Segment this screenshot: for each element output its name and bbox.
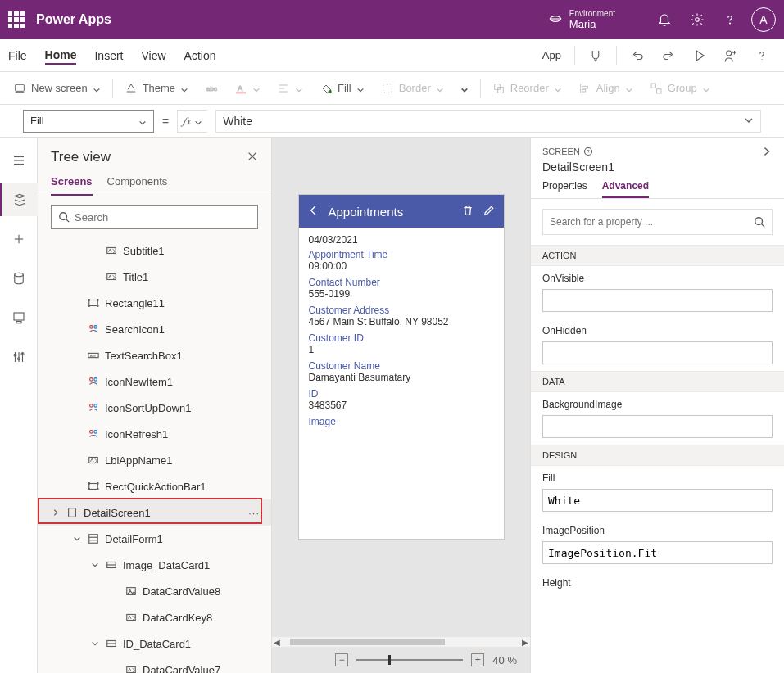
property-selector[interactable]: Fill [23, 110, 154, 133]
svg-rect-21 [656, 88, 660, 93]
caret-right-icon[interactable] [51, 508, 61, 517]
caret-down-icon[interactable] [90, 639, 100, 648]
chevron-right-icon[interactable] [761, 146, 773, 157]
rail-treeview[interactable] [0, 183, 38, 216]
close-icon[interactable] [247, 151, 258, 165]
svg-point-60 [97, 489, 98, 490]
fx-button[interactable]: 𝑓𝑥 [177, 110, 207, 133]
menu-home[interactable]: Home [45, 47, 77, 65]
screen-icon [13, 82, 26, 95]
tree-tab-components[interactable]: Components [107, 175, 168, 196]
tree-item[interactable]: Title1 [38, 264, 271, 290]
play-icon[interactable] [686, 45, 714, 66]
share-icon[interactable] [717, 45, 745, 66]
tree-item[interactable]: Subtitle1 [38, 237, 271, 264]
fill-button[interactable]: Fill [311, 75, 373, 102]
field-value: 3483567 [309, 400, 494, 411]
ribbon-expand[interactable] [452, 75, 477, 102]
tree-item[interactable]: DetailForm1 [38, 526, 271, 552]
prop-tab-advanced[interactable]: Advanced [602, 180, 649, 198]
svg-point-45 [90, 326, 93, 329]
svg-rect-62 [89, 535, 98, 544]
edit-icon[interactable] [483, 204, 496, 219]
tree-item[interactable]: AbcTextSearchBox1 [38, 342, 271, 368]
rail-insert[interactable] [0, 223, 38, 255]
properties-search[interactable] [542, 209, 773, 235]
caret-down-icon[interactable] [90, 561, 100, 569]
delete-icon[interactable] [461, 204, 474, 219]
formula-value: White [223, 115, 252, 128]
property-label: OnVisible [542, 273, 773, 284]
property-input[interactable] [542, 541, 773, 564]
notifications-icon[interactable] [648, 0, 681, 39]
icon-icon [87, 375, 100, 388]
tree-item[interactable]: Image_DataCard1 [38, 552, 271, 578]
formula-input[interactable]: White [215, 110, 761, 133]
tree-search[interactable] [51, 205, 258, 229]
new-screen-button[interactable]: New screen [5, 75, 109, 102]
app-checker-icon[interactable] [582, 45, 610, 66]
selected-object-name: DetailScreen1 [531, 157, 784, 180]
tree-item[interactable]: Rectangle11 [38, 290, 271, 316]
tree-item[interactable]: IconNewItem1 [38, 368, 271, 395]
label-icon [125, 663, 138, 673]
tree-item[interactable]: ID_DataCard1 [38, 630, 271, 657]
waffle-icon[interactable] [8, 11, 25, 28]
menu-action[interactable]: Action [184, 47, 216, 64]
property-field: BackgroundImage [531, 392, 784, 445]
menu-insert[interactable]: Insert [94, 47, 123, 64]
help-menu-icon[interactable] [748, 45, 776, 66]
canvas-stage[interactable]: Appointments 04/03/2021 Appointment Time… [272, 138, 530, 637]
tree-search-input[interactable] [75, 211, 251, 224]
tree-item[interactable]: IconRefresh1 [38, 421, 271, 447]
textinput-icon: Abc [87, 349, 100, 362]
tree-tab-screens[interactable]: Screens [51, 175, 93, 196]
horizontal-scrollbar[interactable]: ◀▶ [272, 637, 530, 647]
undo-icon[interactable] [623, 45, 651, 66]
properties-search-input[interactable] [550, 216, 754, 228]
property-input[interactable] [542, 341, 773, 364]
field-label: Contact Number [309, 277, 494, 288]
redo-icon[interactable] [655, 45, 682, 66]
zoom-in-button[interactable]: + [471, 653, 484, 666]
zoom-slider[interactable] [356, 659, 463, 661]
environment-picker[interactable]: Environment Maria [548, 9, 615, 30]
prop-tab-properties[interactable]: Properties [542, 180, 587, 198]
tree-item[interactable]: IconSortUpDown1 [38, 395, 271, 421]
tree-item[interactable]: SearchIcon1 [38, 316, 271, 342]
menu-view[interactable]: View [141, 47, 165, 64]
tree-list[interactable]: Subtitle1Title1Rectangle11SearchIcon1Abc… [38, 237, 271, 673]
rail-data[interactable] [0, 262, 38, 295]
theme-button[interactable]: Theme [116, 75, 197, 102]
properties-panel: SCREEN ? DetailScreen1 Properties Advanc… [530, 138, 784, 673]
expand-formula-icon[interactable] [744, 115, 754, 128]
properties-body[interactable]: ACTIONOnVisibleOnHiddenDATABackgroundIma… [531, 245, 784, 673]
brand-label: Power Apps [36, 12, 111, 27]
avatar[interactable]: A [751, 7, 776, 32]
property-input[interactable] [542, 289, 773, 312]
tree-item[interactable]: LblAppName1 [38, 447, 271, 473]
tree-item[interactable]: DataCardKey8 [38, 604, 271, 630]
property-input[interactable] [542, 415, 773, 438]
property-label: Height [542, 577, 773, 589]
menu-file[interactable]: File [8, 47, 27, 64]
more-icon[interactable]: ··· [248, 507, 260, 519]
tree-item[interactable]: DataCardValue7 [38, 657, 271, 673]
settings-icon[interactable] [681, 0, 714, 39]
menu-app[interactable]: App [536, 46, 568, 65]
info-icon[interactable]: ? [583, 147, 593, 156]
caret-down-icon[interactable] [72, 535, 82, 543]
back-icon[interactable] [307, 204, 320, 219]
zoom-out-button[interactable]: − [335, 653, 348, 666]
environment-name: Maria [569, 18, 615, 30]
tree-item[interactable]: DataCardValue8 [38, 578, 271, 604]
tree-item[interactable]: RectQuickActionBar1 [38, 473, 271, 499]
property-input[interactable] [542, 489, 773, 512]
rail-tools[interactable] [0, 341, 38, 373]
help-icon[interactable] [714, 0, 746, 39]
rectangle-icon [87, 480, 100, 493]
tree-item[interactable]: DetailScreen1··· [38, 499, 271, 526]
tree-view-panel: Tree view Screens Components Subtitle1Ti… [38, 138, 272, 673]
rail-hamburger[interactable] [0, 144, 38, 177]
rail-media[interactable] [0, 301, 38, 334]
